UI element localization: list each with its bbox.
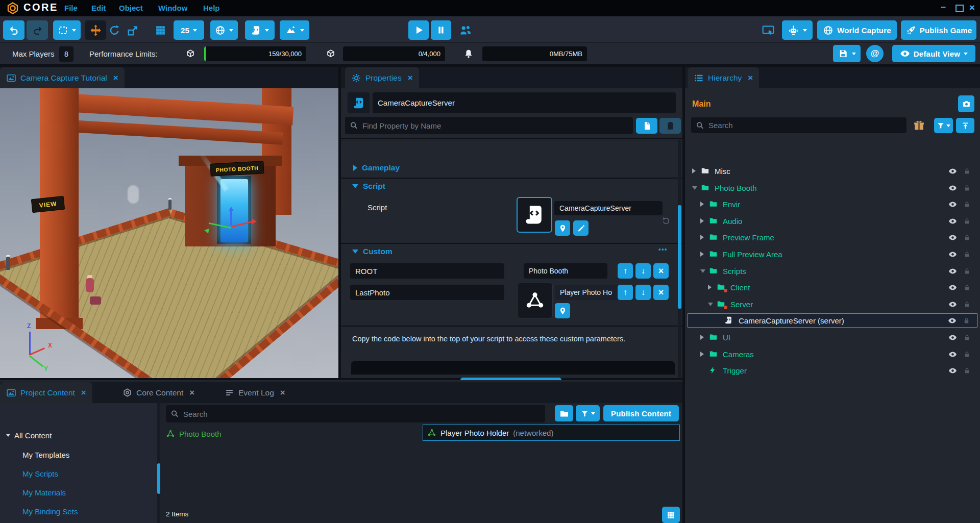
lock-icon[interactable]	[963, 184, 971, 192]
menu-object[interactable]: Object	[119, 4, 143, 12]
move-up-button[interactable]: ↑	[618, 285, 633, 300]
expand-arrow-icon[interactable]	[692, 186, 699, 190]
grid-view-toggle-button[interactable]	[662, 507, 680, 523]
move-up-button[interactable]: ↑	[618, 263, 633, 279]
collapse-arrow-icon[interactable]	[700, 352, 707, 357]
custom-value-field[interactable]: Photo Booth	[524, 263, 607, 279]
lock-icon[interactable]	[963, 367, 971, 375]
hierarchy-item-photo-booth[interactable]: Photo Booth	[687, 181, 978, 195]
multiplayer-preview-icon[interactable]	[458, 23, 472, 37]
collapse-arrow-icon[interactable]	[700, 235, 707, 240]
pause-button[interactable]	[431, 20, 451, 40]
default-view-dropdown[interactable]: Default View	[892, 45, 975, 62]
visibility-eye-icon[interactable]	[948, 283, 957, 292]
preview-screen-icon[interactable]	[762, 24, 775, 37]
tab-event-log[interactable]: Event Log ×	[218, 382, 291, 403]
menu-help[interactable]: Help	[203, 4, 220, 12]
world-settings-dropdown[interactable]	[210, 20, 238, 40]
move-tool-button[interactable]	[85, 20, 106, 40]
hierarchy-item-ui[interactable]: UI	[687, 330, 978, 344]
code-snippet-box[interactable]	[351, 361, 675, 375]
hierarchy-item-audio[interactable]: Audio	[687, 214, 978, 228]
scene-capture-button[interactable]	[958, 95, 974, 112]
max-players-input[interactable]	[59, 46, 74, 62]
selection-mode-dropdown[interactable]	[53, 20, 81, 40]
collapse-all-button[interactable]	[956, 118, 974, 133]
lock-icon[interactable]	[963, 234, 971, 241]
visibility-eye-icon[interactable]	[948, 366, 957, 375]
sidebar-item-my-binding-sets[interactable]: My Binding Sets	[22, 506, 78, 517]
expand-arrow-icon[interactable]	[700, 269, 707, 273]
tab-properties[interactable]: Properties ×	[345, 67, 419, 88]
publish-game-button[interactable]: Publish Game	[901, 20, 976, 40]
visibility-eye-icon[interactable]	[948, 350, 957, 359]
tab-core-content[interactable]: Core Content ×	[116, 382, 201, 403]
content-item-player-photo-holder[interactable]: Player Photo Holder (networked)	[423, 425, 680, 441]
reset-script-icon[interactable]	[661, 215, 671, 226]
collapse-arrow-icon[interactable]	[700, 202, 707, 207]
tab-project-content[interactable]: Project Content ×	[0, 382, 92, 403]
project-content-tab-close-icon[interactable]: ×	[81, 388, 86, 398]
section-gameplay[interactable]: Gameplay	[353, 163, 400, 172]
sidebar-item-my-templates[interactable]: My Templates	[22, 449, 69, 460]
move-down-button[interactable]: ↓	[635, 285, 651, 300]
properties-tab-close-icon[interactable]: ×	[408, 73, 413, 83]
visibility-eye-icon[interactable]	[948, 316, 957, 325]
hierarchy-item-full-preview-area[interactable]: Full Preview Area	[687, 247, 978, 261]
lock-icon[interactable]	[963, 351, 971, 358]
tab-hierarchy[interactable]: Hierarchy ×	[688, 67, 759, 88]
rewards-gift-icon[interactable]	[913, 119, 925, 132]
collapse-arrow-icon[interactable]	[700, 335, 707, 340]
collapse-arrow-icon[interactable]	[700, 252, 707, 257]
move-down-button[interactable]: ↓	[635, 263, 651, 279]
lock-icon[interactable]	[963, 201, 971, 208]
remove-property-button[interactable]: ×	[653, 285, 669, 300]
script-asset-thumbnail[interactable]	[517, 197, 552, 233]
script-asset-name-field[interactable]: CameraCaptureServer	[554, 201, 663, 215]
hierarchy-item-envir[interactable]: Envir	[687, 197, 978, 211]
menu-file[interactable]: File	[64, 4, 78, 12]
content-filter-dropdown[interactable]	[576, 405, 600, 421]
hierarchy-item-cameracaptureserver[interactable]: CameraCaptureServer (server)	[687, 313, 978, 328]
redo-button[interactable]	[27, 20, 48, 40]
rotate-tool-button[interactable]	[108, 24, 121, 37]
edit-script-button[interactable]	[573, 220, 589, 236]
event-log-tab-close-icon[interactable]: ×	[280, 388, 285, 398]
publish-content-button[interactable]: Publish Content	[603, 405, 679, 421]
visibility-eye-icon[interactable]	[948, 300, 957, 309]
hierarchy-item-misc[interactable]: Misc	[687, 164, 978, 178]
window-minimize-button[interactable]: –	[941, 2, 946, 12]
lock-icon[interactable]	[963, 217, 971, 225]
lock-icon[interactable]	[963, 251, 971, 258]
scale-tool-button[interactable]	[127, 24, 139, 37]
section-custom[interactable]: Custom	[352, 247, 393, 256]
visibility-eye-icon[interactable]	[948, 167, 957, 176]
custom-key-field[interactable]: ROOT	[350, 263, 504, 279]
remove-property-button[interactable]: ×	[653, 263, 669, 279]
viewport-tab-close-icon[interactable]: ×	[113, 73, 118, 83]
sidebar-item-my-materials[interactable]: My Materials	[22, 487, 66, 498]
custom-section-menu-icon[interactable]: •••	[658, 245, 668, 254]
visibility-eye-icon[interactable]	[948, 333, 957, 342]
play-button[interactable]	[408, 20, 429, 40]
custom-key-field[interactable]: LastPhoto	[350, 285, 504, 300]
lock-icon[interactable]	[963, 317, 970, 325]
hierarchy-search-input[interactable]	[691, 117, 906, 133]
core-content-tab-close-icon[interactable]: ×	[189, 388, 194, 398]
paste-properties-button[interactable]	[659, 118, 681, 134]
window-restore-button[interactable]	[955, 5, 964, 12]
lock-icon[interactable]	[963, 284, 971, 291]
networked-object-thumbnail[interactable]	[517, 283, 553, 318]
world-capture-button[interactable]: World Capture	[817, 20, 897, 40]
hierarchy-item-cameras[interactable]: Cameras	[687, 347, 978, 361]
property-search-input[interactable]	[345, 117, 633, 134]
grid-snap-icon[interactable]	[154, 24, 167, 37]
section-script[interactable]: Script	[352, 182, 385, 191]
hierarchy-tab-close-icon[interactable]: ×	[748, 73, 753, 83]
content-item-photo-booth[interactable]: Photo Booth	[166, 426, 421, 442]
sidebar-item-my-scripts[interactable]: My Scripts	[22, 468, 58, 479]
object-name-field[interactable]: CameraCaptureServer	[373, 92, 676, 113]
visibility-eye-icon[interactable]	[948, 200, 957, 209]
hierarchy-item-scripts[interactable]: Scripts	[687, 264, 978, 278]
undo-button[interactable]	[3, 20, 24, 40]
